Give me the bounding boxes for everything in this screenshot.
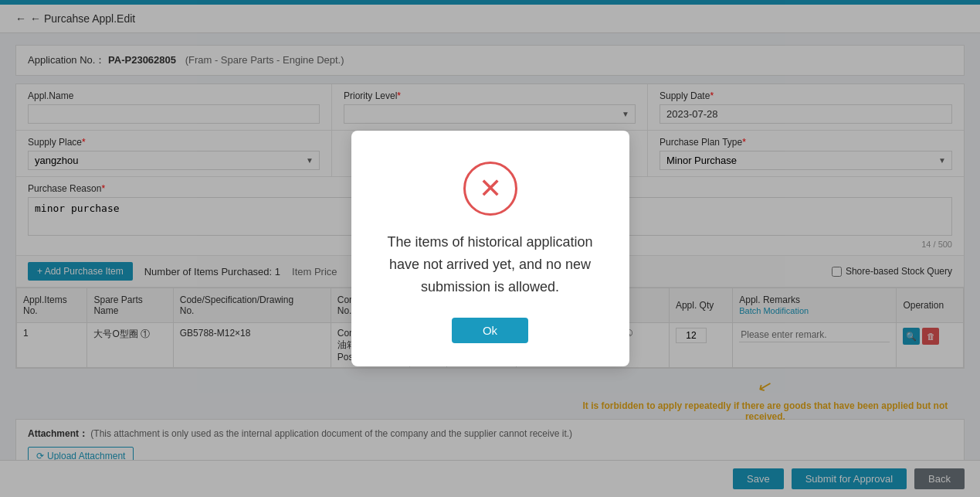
- modal-ok-button[interactable]: Ok: [452, 318, 528, 343]
- modal-message: The items of historical application have…: [375, 231, 606, 298]
- modal-overlay: ✕ The items of historical application ha…: [0, 0, 980, 497]
- modal-error-icon: ✕: [463, 162, 517, 216]
- modal-box: ✕ The items of historical application ha…: [351, 131, 629, 366]
- modal-x-symbol: ✕: [479, 175, 502, 203]
